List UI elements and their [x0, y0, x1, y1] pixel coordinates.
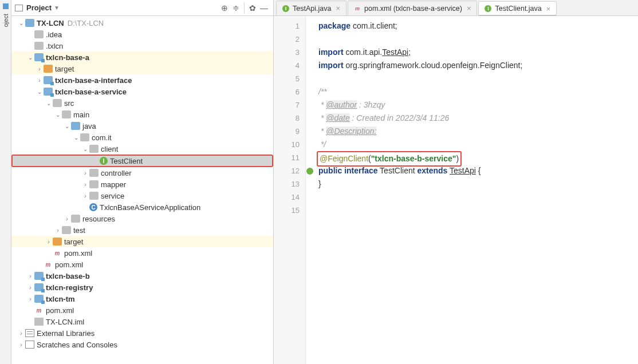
chevron-right-icon[interactable]: ›: [26, 273, 34, 279]
tree-node-label: mapper: [101, 180, 126, 189]
tree-node-scratches-and-consoles[interactable]: ›Scratches and Consoles: [11, 339, 273, 350]
tree-node-tx-lcn-iml[interactable]: TX-LCN.iml: [11, 316, 273, 327]
chevron-right-icon[interactable]: ›: [36, 66, 44, 72]
tree-node-pom-xml[interactable]: mpom.xml: [11, 304, 273, 316]
chevron-right-icon[interactable]: ›: [81, 181, 89, 188]
gutter-line[interactable]: 9: [274, 125, 305, 138]
tree-node-com-it[interactable]: ⌄com.it: [11, 132, 273, 143]
gutter-line[interactable]: 15: [274, 204, 305, 217]
gutter-line[interactable]: 5: [274, 72, 305, 85]
chevron-down-icon[interactable]: ⌄: [81, 146, 89, 152]
gutter-line[interactable]: 12: [274, 164, 305, 177]
chevron-down-icon[interactable]: ⌄: [72, 134, 80, 141]
tree-node-txlcn-tm[interactable]: ›txlcn-tm: [11, 293, 273, 304]
code-line[interactable]: [318, 204, 638, 217]
tool-window-strip-left: oject: [0, 0, 11, 364]
project-tree[interactable]: ⌄TX-LCND:\TX-LCN.idea.txlcn⌄txlcn-base-a…: [11, 16, 273, 364]
gutter-line[interactable]: 11: [274, 151, 305, 164]
gutter-marker-icon[interactable]: [306, 168, 313, 175]
tree-node-src[interactable]: ⌄src: [11, 97, 273, 109]
tree-node-main[interactable]: ⌄main: [11, 109, 273, 120]
tree-node-external-libraries[interactable]: ›External Libraries: [11, 327, 273, 339]
tree-node-client[interactable]: ⌄client: [11, 143, 273, 155]
gutter-line[interactable]: 3: [274, 46, 305, 59]
tree-node-label: pom.xml: [55, 260, 83, 269]
chevron-down-icon[interactable]: ⌄: [26, 54, 34, 61]
chevron-down-icon[interactable]: ⌄: [54, 112, 62, 118]
gutter-line[interactable]: 7: [274, 98, 305, 112]
code-line[interactable]: [318, 33, 638, 46]
editor-tab-testclient-java[interactable]: ITestClient.java×: [478, 1, 557, 16]
chevron-right-icon[interactable]: ›: [26, 284, 34, 291]
chevron-right-icon[interactable]: ›: [17, 342, 25, 348]
tree-node-controller[interactable]: ›controller: [11, 167, 273, 179]
editor-gutter[interactable]: 123456789101112131415: [274, 16, 306, 364]
expand-collapse-button[interactable]: ≑: [230, 3, 242, 13]
gutter-line[interactable]: 13: [274, 177, 305, 191]
code-line[interactable]: package com.it.client;: [318, 19, 638, 33]
tree-node-pom-xml[interactable]: mpom.xml: [11, 247, 273, 259]
close-icon[interactable]: ×: [467, 4, 471, 13]
tree-node-resources[interactable]: ›resources: [11, 213, 273, 224]
chevron-right-icon[interactable]: ›: [63, 216, 71, 222]
tree-node-test[interactable]: ›test: [11, 224, 273, 236]
tree-node-target[interactable]: ›target: [11, 236, 273, 247]
close-icon[interactable]: ×: [336, 4, 340, 13]
chevron-down-icon[interactable]: ⌄: [17, 20, 25, 26]
tree-node--idea[interactable]: .idea: [11, 29, 273, 40]
tree-node-target[interactable]: ›target: [11, 63, 273, 74]
tree-node-txlcn-base-a[interactable]: ⌄txlcn-base-a: [11, 52, 273, 63]
code-line[interactable]: @FeignClient("txlcn-base-b-service"): [318, 151, 638, 164]
tree-node-txlcn-base-a-interface[interactable]: ›txlcn-base-a-interface: [11, 74, 273, 86]
gear-icon[interactable]: ✿: [247, 3, 258, 13]
chevron-right-icon[interactable]: ›: [36, 77, 44, 84]
tree-node-service[interactable]: ›service: [11, 190, 273, 201]
tree-node-java[interactable]: ⌄java: [11, 120, 273, 132]
tree-node-pom-xml[interactable]: mpom.xml: [11, 259, 273, 270]
chevron-down-icon[interactable]: ⌄: [63, 123, 71, 129]
chevron-down-icon[interactable]: ⌄: [36, 89, 44, 95]
chevron-down-icon[interactable]: ⌄: [45, 100, 53, 106]
code-line[interactable]: */: [318, 138, 638, 151]
code-line[interactable]: [318, 72, 638, 85]
chevron-right-icon[interactable]: ›: [81, 193, 89, 199]
hide-button[interactable]: —: [258, 3, 270, 13]
gutter-line[interactable]: 4: [274, 59, 305, 72]
gutter-line[interactable]: 2: [274, 33, 305, 46]
editor-tab-testapi-java[interactable]: ITestApi.java×: [276, 1, 346, 15]
code-line[interactable]: * @date : Created in 2022/3/4 11:26: [318, 112, 638, 125]
gutter-line[interactable]: 10: [274, 138, 305, 151]
tree-node-txlcn-registry[interactable]: ›txlcn-registry: [11, 282, 273, 293]
gutter-line[interactable]: 8: [274, 112, 305, 125]
gutter-line[interactable]: 6: [274, 85, 305, 98]
code-line[interactable]: import org.springframework.cloud.openfei…: [318, 59, 638, 72]
chevron-right-icon[interactable]: ›: [26, 296, 34, 302]
editor-tab-pom-xml-txlcn-base-a-service-[interactable]: mpom.xml (txlcn-base-a-service)×: [348, 1, 477, 15]
code-line[interactable]: [318, 191, 638, 204]
chevron-down-icon[interactable]: ▼: [54, 5, 60, 11]
code-line[interactable]: }: [318, 177, 638, 191]
chevron-right-icon[interactable]: ›: [81, 170, 89, 176]
project-tool-tab[interactable]: oject: [2, 11, 9, 29]
gutter-line[interactable]: 14: [274, 191, 305, 204]
tree-node--txlcn[interactable]: .txlcn: [11, 40, 273, 52]
code-line[interactable]: * @author : 3hzqy: [318, 98, 638, 112]
select-opened-file-button[interactable]: ⊕: [219, 3, 230, 13]
chevron-right-icon[interactable]: ›: [54, 227, 62, 234]
code-editor[interactable]: package com.it.client;import com.it.api.…: [306, 16, 638, 364]
gutter-line[interactable]: 1: [274, 19, 305, 33]
code-line[interactable]: public interface TestClient extends Test…: [318, 164, 638, 177]
tree-node-tx-lcn[interactable]: ⌄TX-LCND:\TX-LCN: [11, 17, 273, 29]
code-line[interactable]: /**: [318, 85, 638, 98]
code-line[interactable]: * @Description:: [318, 125, 638, 138]
tree-node-txlcn-base-b[interactable]: ›txlcn-base-b: [11, 270, 273, 282]
chevron-right-icon[interactable]: ›: [17, 330, 25, 337]
tree-node-testclient[interactable]: ITestClient: [11, 155, 273, 167]
tree-node-mapper[interactable]: ›mapper: [11, 179, 273, 190]
chevron-right-icon[interactable]: ›: [45, 239, 53, 245]
tree-node-txlcn-base-a-service[interactable]: ⌄txlcn-base-a-service: [11, 86, 273, 97]
code-line[interactable]: import com.it.api.TestApi;: [318, 46, 638, 59]
tree-node-txlcnbaseaserviceapplication[interactable]: CTxlcnBaseAServiceApplication: [11, 201, 273, 213]
close-icon[interactable]: ×: [546, 5, 551, 13]
project-view-title[interactable]: Project: [26, 3, 52, 12]
